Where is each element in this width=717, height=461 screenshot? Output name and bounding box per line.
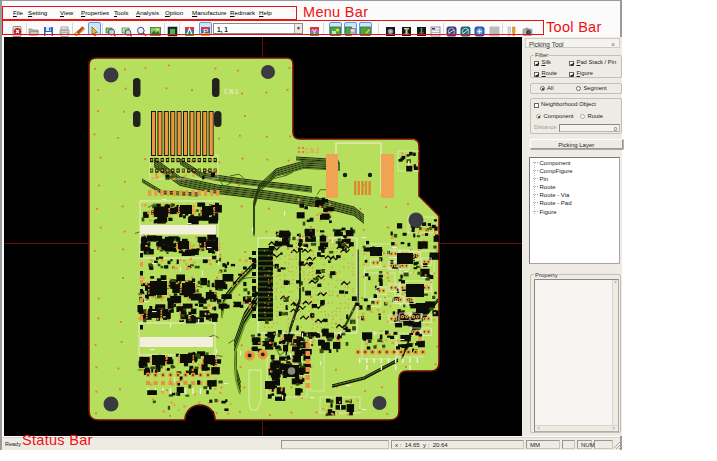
svg-text:CN2: CN2 — [305, 147, 321, 155]
svg-text:CN1: CN1 — [224, 88, 240, 96]
